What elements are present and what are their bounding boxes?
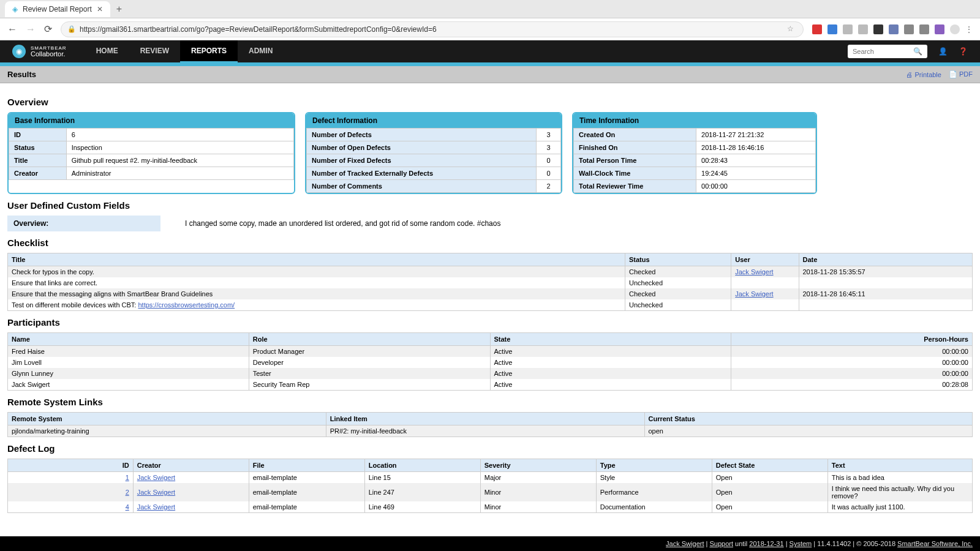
- defect-creator-link[interactable]: Jack Swigert: [137, 489, 175, 496]
- card-value: Github pull request #2. my-initial-feedb…: [66, 154, 293, 167]
- defect-row: 2Jack Swigertemail-templateLine 247Minor…: [8, 483, 973, 501]
- tab-title: Review Detail Report: [23, 5, 92, 13]
- ext-icon-8[interactable]: [919, 24, 929, 34]
- custom-label: Overview:: [7, 216, 160, 231]
- new-tab-button[interactable]: +: [116, 4, 122, 15]
- url-text: https://gmail361.smartbeartrial.com/go?p…: [80, 25, 783, 34]
- participant-row: Jim LovellDeveloperActive00:00:00: [8, 357, 973, 368]
- card-label: Number of Tracked Externally Defects: [307, 167, 537, 180]
- defect-creator-link[interactable]: Jack Swigert: [137, 474, 175, 481]
- defect-creator-link[interactable]: Jack Swigert: [137, 503, 175, 511]
- card-value: 2: [537, 180, 561, 193]
- card-label: Total Person Time: [574, 154, 696, 167]
- card-value: 0: [537, 167, 561, 180]
- close-tab-icon[interactable]: ✕: [97, 5, 103, 13]
- nav-home[interactable]: HOME: [85, 40, 129, 63]
- remote-link-row: pjlonda/marketing-trainingPR#2: my-initi…: [8, 425, 973, 437]
- extension-icons: ⋮: [812, 24, 973, 34]
- brand-name: Collabortor.: [31, 51, 67, 58]
- card-value: 00:28:43: [696, 154, 816, 167]
- checklist-row: Check for typos in the copy.CheckedJack …: [8, 266, 973, 278]
- ext-icon-6[interactable]: [889, 24, 899, 34]
- defectlog-heading: Defect Log: [7, 443, 973, 454]
- checklist-user-link[interactable]: Jack Swigert: [735, 290, 773, 298]
- card-label: Created On: [574, 129, 696, 141]
- defect-id-link[interactable]: 1: [126, 474, 129, 481]
- main-nav: HOME REVIEW REPORTS ADMIN: [85, 40, 284, 63]
- card-label: Total Reviewer Time: [574, 180, 696, 193]
- logo-icon: ◉: [12, 45, 26, 58]
- ext-icon-9[interactable]: [935, 24, 944, 34]
- ext-icon-4[interactable]: [858, 24, 868, 34]
- nav-reports[interactable]: REPORTS: [180, 40, 238, 63]
- results-title: Results: [7, 70, 36, 79]
- card-value: 3: [537, 141, 561, 154]
- card-value: 6: [66, 129, 293, 141]
- card-value: Administrator: [66, 167, 293, 180]
- card-value: 3: [537, 129, 561, 141]
- ext-icon-3[interactable]: [843, 24, 853, 34]
- forward-button[interactable]: →: [26, 24, 36, 35]
- card-label: Title: [9, 154, 67, 167]
- printable-link[interactable]: 🖨 Printable: [906, 71, 941, 78]
- custom-fields-heading: User Defined Custom Fields: [7, 200, 973, 211]
- card-value: 2018-11-28 16:46:16: [696, 141, 816, 154]
- results-bar: Results 🖨 Printable 📄 PDF: [0, 66, 980, 83]
- reload-button[interactable]: ⟳: [44, 23, 52, 35]
- defect-id-link[interactable]: 2: [126, 489, 129, 496]
- search-input[interactable]: [853, 48, 910, 55]
- custom-fields-row: Overview: I changed some copy, made an u…: [7, 216, 973, 231]
- pdf-link[interactable]: 📄 PDF: [949, 70, 973, 78]
- defect-info-header: Defect Information: [306, 113, 561, 128]
- help-icon[interactable]: ❓: [959, 47, 968, 56]
- ext-icon-1[interactable]: [812, 24, 822, 34]
- menu-icon[interactable]: ⋮: [965, 25, 973, 34]
- defect-row: 1Jack Swigertemail-templateLine 15MajorS…: [8, 472, 973, 484]
- app-header: ◉ SMARTBEAR Collabortor. HOME REVIEW REP…: [0, 40, 980, 62]
- checklist-link[interactable]: https://crossbrowsertesting.com/: [138, 301, 235, 309]
- search-icon[interactable]: 🔍: [913, 47, 922, 56]
- card-value: 00:00:00: [696, 180, 816, 193]
- participants-table: NameRoleStatePerson-HoursFred HaiseProdu…: [7, 332, 973, 391]
- defect-id-link[interactable]: 4: [126, 503, 129, 511]
- nav-admin[interactable]: ADMIN: [238, 40, 284, 63]
- card-value: Inspection: [66, 141, 293, 154]
- ext-icon-2[interactable]: [827, 24, 837, 34]
- nav-review[interactable]: REVIEW: [129, 40, 180, 63]
- ext-icon-7[interactable]: [904, 24, 914, 34]
- bookmark-star-icon[interactable]: ☆: [787, 24, 797, 34]
- card-value: 2018-11-27 21:21:32: [696, 129, 816, 141]
- address-bar[interactable]: 🔒 https://gmail361.smartbeartrial.com/go…: [61, 21, 804, 37]
- ext-icon-5[interactable]: [873, 24, 883, 34]
- profile-icon[interactable]: [950, 24, 960, 34]
- card-label: Number of Fixed Defects: [307, 154, 537, 167]
- defect-log-table: IDCreatorFileLocationSeverityTypeDefect …: [7, 459, 973, 513]
- overview-heading: Overview: [7, 97, 973, 107]
- checklist-table: TitleStatusUserDateCheck for typos in th…: [7, 253, 973, 311]
- card-label: Creator: [9, 167, 67, 180]
- participant-row: Jack SwigertSecurity Team RepActive00:28…: [8, 379, 973, 391]
- checklist-row: Ensure that links are correct.Unchecked: [8, 277, 973, 288]
- card-label: ID: [9, 129, 67, 141]
- participant-row: Fred HaiseProduct ManagerActive00:00:00: [8, 346, 973, 358]
- checklist-heading: Checklist: [7, 238, 973, 248]
- card-value: 0: [537, 154, 561, 167]
- custom-value: I changed some copy, made an unordered l…: [185, 219, 500, 228]
- base-info-card: Base Information ID6StatusInspectionTitl…: [7, 112, 295, 194]
- browser-nav-bar: ← → ⟳ 🔒 https://gmail361.smartbeartrial.…: [0, 18, 980, 40]
- back-button[interactable]: ←: [7, 24, 17, 35]
- checklist-row: Test on different mobile devices with CB…: [8, 299, 973, 311]
- browser-tab[interactable]: ◈ Review Detail Report ✕: [5, 1, 110, 17]
- card-label: Number of Defects: [307, 129, 537, 141]
- remote-links-table: Remote SystemLinked ItemCurrent Statuspj…: [7, 412, 973, 437]
- checklist-user-link[interactable]: Jack Swigert: [735, 268, 773, 276]
- participants-heading: Participants: [7, 317, 973, 328]
- app-logo[interactable]: ◉ SMARTBEAR Collabortor.: [12, 45, 67, 58]
- search-box[interactable]: 🔍: [848, 45, 927, 58]
- card-label: Wall-Clock Time: [574, 167, 696, 180]
- lock-icon: 🔒: [67, 25, 76, 33]
- user-icon[interactable]: 👤: [938, 47, 948, 56]
- card-value: 19:24:45: [696, 167, 816, 180]
- participant-row: Glynn LunneyTesterActive00:00:00: [8, 368, 973, 379]
- card-label: Finished On: [574, 141, 696, 154]
